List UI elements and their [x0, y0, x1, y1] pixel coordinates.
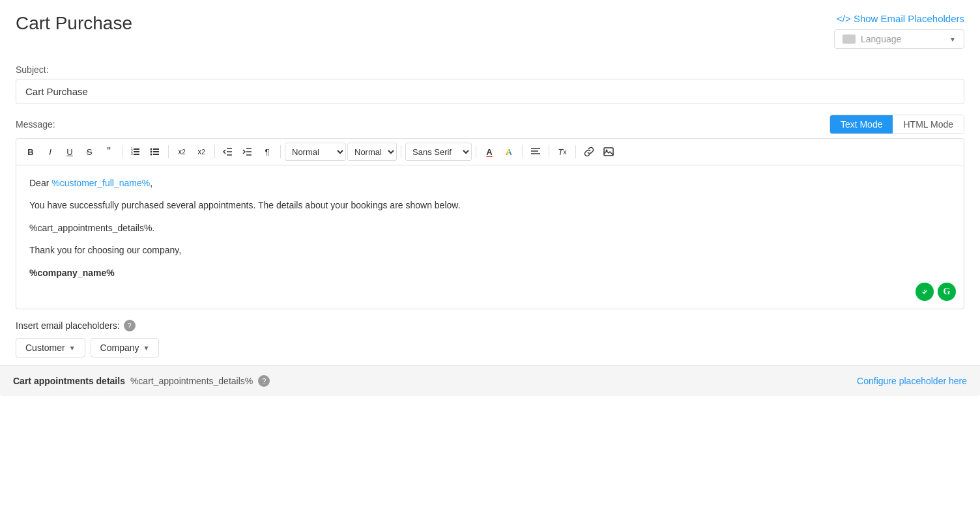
- ordered-list-button[interactable]: 123: [126, 143, 145, 161]
- underline-button[interactable]: U: [61, 143, 79, 161]
- customer-placeholder-button[interactable]: Customer ▼: [16, 338, 85, 358]
- toolbar-separator-8: [549, 145, 549, 158]
- font-size-select[interactable]: Normal Small Large Huge: [347, 143, 397, 161]
- svg-point-11: [151, 154, 152, 156]
- editor-line-3: %cart_appointments_details%.: [29, 221, 951, 235]
- image-button[interactable]: [599, 143, 618, 161]
- svg-rect-0: [134, 148, 139, 150]
- editor-line-4: Thank you for choosing our company,: [29, 243, 951, 257]
- subject-label: Subject:: [16, 64, 964, 75]
- language-chevron-icon: ▼: [949, 36, 956, 43]
- editor-container: B I U S " 123 x2 x2 ¶ No: [16, 138, 964, 309]
- subscript-button[interactable]: x2: [173, 143, 191, 161]
- language-flag: [843, 35, 856, 44]
- bottom-bar: Cart appointments details %cart_appointm…: [0, 365, 980, 396]
- unordered-list-button[interactable]: [146, 143, 164, 161]
- toolbar-separator-6: [476, 145, 476, 158]
- indent-button[interactable]: [238, 143, 257, 161]
- strikethrough-button[interactable]: S: [80, 143, 98, 161]
- company-label: Company: [100, 343, 139, 353]
- bold-button[interactable]: B: [22, 143, 40, 161]
- highlight-button[interactable]: A: [500, 143, 518, 161]
- svg-rect-6: [153, 148, 159, 150]
- svg-point-10: [151, 151, 152, 153]
- superscript-button[interactable]: x2: [192, 143, 210, 161]
- toolbar-separator-9: [575, 145, 576, 158]
- cart-details-title: Cart appointments details: [13, 376, 125, 386]
- editor-line-1: Dear %customer_full_name%,: [29, 176, 951, 190]
- svg-rect-2: [134, 154, 139, 155]
- toolbar-separator-4: [280, 145, 281, 158]
- subject-input[interactable]: [16, 79, 964, 104]
- text-mode-button[interactable]: Text Mode: [830, 115, 893, 133]
- language-select[interactable]: Language ▼: [834, 29, 964, 49]
- company-placeholder-button[interactable]: Company ▼: [91, 338, 160, 358]
- link-button[interactable]: [580, 143, 598, 161]
- svg-text:3: 3: [131, 152, 133, 156]
- toolbar-separator-1: [122, 145, 122, 158]
- header-right: </> Show Email Placeholders Language ▼: [834, 13, 964, 49]
- placeholder-buttons: Customer ▼ Company ▼: [16, 338, 964, 358]
- company-name-placeholder: %company_name%: [29, 268, 115, 278]
- editor-content-wrapper: Dear %customer_full_name%, You have succ…: [16, 165, 964, 309]
- company-chevron-icon: ▼: [143, 344, 150, 352]
- toolbar-separator-5: [401, 145, 401, 158]
- toolbar-separator-3: [214, 145, 215, 158]
- placeholders-section: Insert email placeholders: ? Customer ▼ …: [16, 320, 964, 358]
- subject-section: Subject:: [16, 64, 964, 115]
- svg-rect-7: [153, 151, 159, 152]
- html-mode-button[interactable]: HTML Mode: [893, 115, 964, 133]
- svg-point-9: [151, 148, 152, 150]
- customer-chevron-icon: ▼: [69, 344, 76, 352]
- customer-label: Customer: [25, 343, 65, 353]
- heading-select[interactable]: Normal Heading 1 Heading 2 Heading 3: [285, 143, 346, 161]
- bottom-bar-left: Cart appointments details %cart_appointm…: [13, 375, 270, 387]
- language-placeholder: Language: [861, 34, 901, 44]
- svg-rect-8: [153, 154, 159, 155]
- editor-footer-icons: G: [915, 283, 956, 301]
- toolbar: B I U S " 123 x2 x2 ¶ No: [16, 139, 964, 165]
- align-button[interactable]: [526, 143, 545, 161]
- show-placeholders-link[interactable]: </> Show Email Placeholders: [837, 13, 964, 24]
- help-icon[interactable]: ?: [124, 320, 136, 331]
- text-color-button[interactable]: A: [480, 143, 498, 161]
- grammarly-icon[interactable]: G: [938, 283, 956, 301]
- page-title: Cart Purchase: [16, 13, 132, 34]
- configure-link[interactable]: Configure placeholder here: [857, 376, 967, 386]
- editor-line-5: %company_name%: [29, 266, 951, 280]
- placeholders-label: Insert email placeholders: ?: [16, 320, 964, 331]
- italic-button[interactable]: I: [41, 143, 59, 161]
- toolbar-separator-2: [168, 145, 169, 158]
- mode-toggle: Text Mode HTML Mode: [829, 115, 964, 134]
- rtl-button[interactable]: ¶: [258, 143, 276, 161]
- editor-line-2: You have successfully purchased several …: [29, 198, 951, 212]
- clear-format-button[interactable]: Tx: [553, 143, 571, 161]
- message-label: Message:: [16, 119, 55, 130]
- outdent-button[interactable]: [219, 143, 237, 161]
- message-row: Message: Text Mode HTML Mode: [16, 115, 964, 134]
- font-family-select[interactable]: Sans Serif Serif Monospace: [405, 143, 472, 161]
- grammarly-correction-icon[interactable]: [915, 283, 934, 301]
- blockquote-button[interactable]: ": [100, 143, 118, 161]
- toolbar-separator-7: [522, 145, 523, 158]
- cart-details-placeholder: %cart_appointments_details%: [130, 376, 253, 386]
- editor-content[interactable]: Dear %customer_full_name%, You have succ…: [16, 165, 964, 309]
- customer-name-placeholder: %customer_full_name%: [51, 178, 150, 188]
- svg-rect-1: [134, 151, 139, 152]
- bottom-help-icon[interactable]: ?: [258, 375, 270, 387]
